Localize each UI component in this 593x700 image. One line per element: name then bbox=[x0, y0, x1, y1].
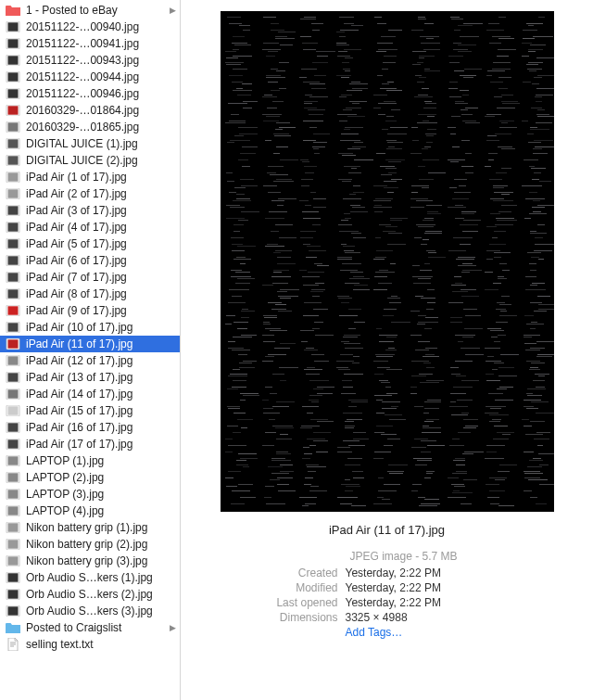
preview-pane: iPad Air (11 of 17).jpg JPEG image - 5.7… bbox=[181, 0, 593, 700]
svg-rect-55 bbox=[8, 473, 19, 481]
file-row[interactable]: iPad Air (13 of 17).jpg bbox=[0, 369, 180, 386]
file-row[interactable]: 20151122-…00941.jpg bbox=[0, 35, 180, 52]
file-row[interactable]: iPad Air (4 of 17).jpg bbox=[0, 219, 180, 235]
metadata-value: 3325 × 4988 bbox=[346, 611, 408, 624]
file-row[interactable]: iPad Air (14 of 17).jpg bbox=[0, 386, 180, 402]
svg-rect-29 bbox=[8, 256, 19, 264]
image-thumbnail-icon bbox=[6, 588, 20, 601]
image-thumbnail-icon bbox=[6, 204, 20, 217]
file-row[interactable]: iPad Air (8 of 17).jpg bbox=[0, 286, 180, 302]
file-row[interactable]: iPad Air (2 of 17).jpg bbox=[0, 185, 180, 202]
disclosure-triangle-icon[interactable]: ▶ bbox=[169, 6, 176, 15]
metadata-row: CreatedYesterday, 2:22 PM bbox=[221, 566, 554, 579]
file-row[interactable]: 20160329-…01865.jpg bbox=[0, 119, 180, 135]
metadata-key: Created bbox=[221, 566, 346, 579]
image-thumbnail-icon bbox=[6, 321, 20, 334]
text-file-icon bbox=[6, 638, 20, 651]
file-row[interactable]: 20151122-…00943.jpg bbox=[0, 52, 180, 69]
file-label: DIGITAL JUICE (2).jpg bbox=[26, 154, 176, 167]
image-thumbnail-icon bbox=[6, 221, 20, 234]
file-row[interactable]: Orb Audio S…kers (1).jpg bbox=[0, 569, 180, 586]
svg-rect-63 bbox=[8, 540, 19, 548]
image-thumbnail-icon bbox=[6, 504, 20, 517]
svg-rect-25 bbox=[8, 223, 19, 231]
preview-type-line: JPEG image - 5.7 MB bbox=[221, 550, 554, 563]
file-row[interactable]: iPad Air (9 of 17).jpg bbox=[0, 302, 180, 319]
preview-filename: iPad Air (11 of 17).jpg bbox=[329, 523, 445, 537]
image-thumbnail-icon bbox=[6, 137, 20, 150]
svg-rect-35 bbox=[8, 306, 19, 314]
image-thumbnail-icon bbox=[6, 54, 20, 67]
folder-row[interactable]: Posted to Craigslist▶ bbox=[0, 619, 180, 636]
file-row[interactable]: Orb Audio S…kers (2).jpg bbox=[0, 586, 180, 603]
file-label: iPad Air (8 of 17).jpg bbox=[26, 287, 176, 300]
svg-rect-7 bbox=[8, 72, 19, 81]
image-thumbnail-icon bbox=[6, 254, 20, 267]
file-label: iPad Air (10 of 17).jpg bbox=[26, 321, 176, 334]
file-row[interactable]: DIGITAL JUICE (1).jpg bbox=[0, 135, 180, 152]
file-label: iPad Air (11 of 17).jpg bbox=[26, 337, 176, 350]
file-row[interactable]: iPad Air (17 of 17).jpg bbox=[0, 436, 180, 452]
file-row[interactable]: Nikon battery grip (2).jpg bbox=[0, 536, 180, 553]
svg-rect-23 bbox=[8, 206, 19, 214]
file-row[interactable]: 20151122-…00944.jpg bbox=[0, 69, 180, 85]
file-label: iPad Air (2 of 17).jpg bbox=[26, 187, 176, 200]
file-label: 20151122-…00943.jpg bbox=[26, 54, 176, 67]
svg-rect-9 bbox=[8, 89, 19, 97]
file-label: iPad Air (4 of 17).jpg bbox=[26, 221, 176, 234]
image-thumbnail-icon bbox=[6, 121, 20, 134]
file-row[interactable]: LAPTOP (1).jpg bbox=[0, 452, 180, 469]
image-thumbnail-icon bbox=[6, 304, 20, 317]
file-label: iPad Air (7 of 17).jpg bbox=[26, 271, 176, 284]
file-label: iPad Air (9 of 17).jpg bbox=[26, 304, 176, 317]
file-row[interactable]: selling text.txt bbox=[0, 636, 180, 653]
disclosure-triangle-icon[interactable]: ▶ bbox=[169, 624, 176, 632]
folder-row[interactable]: 1 - Posted to eBay▶ bbox=[0, 2, 180, 19]
file-row[interactable]: Orb Audio S…kers (3).jpg bbox=[0, 603, 180, 619]
image-thumbnail-icon bbox=[6, 538, 20, 551]
svg-rect-39 bbox=[8, 339, 19, 348]
file-row[interactable]: iPad Air (1 of 17).jpg bbox=[0, 169, 180, 185]
file-label: 20151122-…00944.jpg bbox=[26, 70, 176, 83]
image-thumbnail-icon bbox=[6, 404, 20, 417]
preview-metadata: JPEG image - 5.7 MB CreatedYesterday, 2:… bbox=[221, 550, 554, 641]
image-thumbnail-icon bbox=[6, 20, 20, 33]
file-label: Orb Audio S…kers (2).jpg bbox=[26, 588, 176, 601]
file-row[interactable]: iPad Air (3 of 17).jpg bbox=[0, 202, 180, 219]
file-label: selling text.txt bbox=[26, 638, 176, 651]
svg-rect-71 bbox=[8, 606, 19, 615]
file-row[interactable]: iPad Air (10 of 17).jpg bbox=[0, 319, 180, 336]
metadata-value: Yesterday, 2:22 PM bbox=[346, 596, 441, 609]
file-row[interactable]: LAPTOP (4).jpg bbox=[0, 503, 180, 519]
svg-rect-61 bbox=[8, 523, 19, 531]
image-thumbnail-icon bbox=[6, 605, 20, 617]
file-row[interactable]: LAPTOP (3).jpg bbox=[0, 486, 180, 503]
file-row[interactable]: 20151122-…00940.jpg bbox=[0, 19, 180, 35]
file-label: iPad Air (17 of 17).jpg bbox=[26, 438, 176, 451]
file-row[interactable]: Nikon battery grip (3).jpg bbox=[0, 553, 180, 569]
file-row[interactable]: iPad Air (16 of 17).jpg bbox=[0, 419, 180, 436]
image-thumbnail-icon bbox=[6, 354, 20, 367]
image-thumbnail-icon bbox=[6, 87, 20, 100]
file-row[interactable]: iPad Air (15 of 17).jpg bbox=[0, 402, 180, 419]
file-label: 20160329-…01864.jpg bbox=[26, 104, 176, 117]
file-row[interactable]: iPad Air (7 of 17).jpg bbox=[0, 269, 180, 286]
file-row[interactable]: 20160329-…01864.jpg bbox=[0, 102, 180, 119]
file-row[interactable]: LAPTOP (2).jpg bbox=[0, 469, 180, 486]
file-label: iPad Air (13 of 17).jpg bbox=[26, 371, 176, 384]
svg-rect-3 bbox=[8, 39, 19, 47]
metadata-row: Last openedYesterday, 2:22 PM bbox=[221, 596, 554, 609]
svg-rect-57 bbox=[8, 490, 19, 498]
svg-rect-5 bbox=[8, 56, 19, 64]
metadata-key: Last opened bbox=[221, 596, 346, 609]
file-row[interactable]: DIGITAL JUICE (2).jpg bbox=[0, 152, 180, 169]
image-thumbnail-icon bbox=[6, 571, 20, 584]
file-row[interactable]: 20151122-…00946.jpg bbox=[0, 85, 180, 102]
file-row[interactable]: Nikon battery grip (1).jpg bbox=[0, 519, 180, 536]
file-row[interactable]: iPad Air (11 of 17).jpg bbox=[0, 336, 180, 352]
file-row[interactable]: iPad Air (5 of 17).jpg bbox=[0, 235, 180, 252]
add-tags-link[interactable]: Add Tags… bbox=[346, 626, 403, 639]
file-row[interactable]: iPad Air (12 of 17).jpg bbox=[0, 352, 180, 369]
file-list-sidebar[interactable]: 1 - Posted to eBay▶20151122-…00940.jpg20… bbox=[0, 0, 181, 700]
file-row[interactable]: iPad Air (6 of 17).jpg bbox=[0, 252, 180, 269]
